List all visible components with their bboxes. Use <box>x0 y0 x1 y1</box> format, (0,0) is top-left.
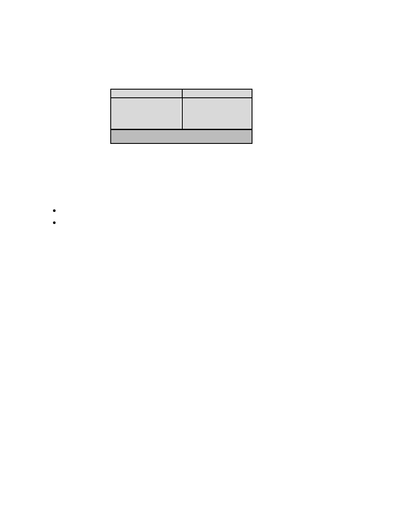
table-header-row <box>111 90 252 98</box>
bullet-list <box>61 208 65 232</box>
table-footer-row <box>111 130 252 143</box>
table-header-cell-2 <box>183 90 252 97</box>
list-item <box>61 220 65 224</box>
table-body-row <box>111 98 252 130</box>
list-item <box>61 208 65 212</box>
table-body-cell-1 <box>111 98 183 129</box>
table-header-cell-1 <box>111 90 183 97</box>
table-body-cell-2 <box>183 98 252 129</box>
data-table <box>110 89 252 144</box>
